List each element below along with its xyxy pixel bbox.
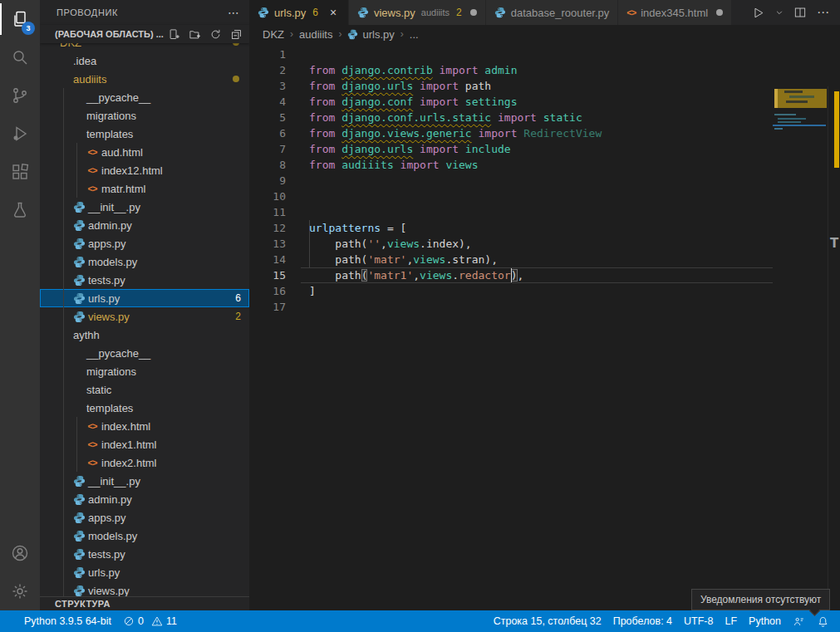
html-file-icon: <>	[88, 147, 97, 157]
status-python-interpreter[interactable]: Python 3.9.5 64-bit	[18, 615, 117, 627]
tree-folder-templates[interactable]: templates	[40, 399, 249, 417]
tree-folder--pycache-[interactable]: __pycache__	[40, 88, 249, 106]
status-problems[interactable]: 011	[117, 615, 183, 627]
account-icon[interactable]	[0, 534, 40, 572]
outline-section-header[interactable]: СТРУКТУРА	[40, 596, 249, 610]
close-icon[interactable]: ×	[327, 6, 340, 19]
tree-folder-templates[interactable]: templates	[40, 125, 249, 143]
code-editor[interactable]: 12from django.contrib import admin3from …	[249, 43, 840, 610]
explorer-icon[interactable]: 3	[0, 0, 40, 38]
editor-group: urls.py6× views.pyaudiiits2 database_roo…	[249, 0, 840, 610]
tree-file-models-py[interactable]: models.py	[40, 527, 249, 545]
tree-folder-aythh[interactable]: aythh	[40, 326, 249, 344]
python-file-icon	[347, 29, 358, 40]
breadcrumb-item[interactable]: DKZ	[263, 28, 284, 41]
collapse-all-icon[interactable]	[230, 28, 243, 41]
split-editor-icon[interactable]	[793, 6, 807, 19]
code-line-2: 2from django.contrib import admin	[249, 62, 840, 78]
modified-dot[interactable]	[716, 9, 723, 16]
tree-file--init-py[interactable]: __init__.py	[40, 472, 249, 490]
tree-folder-migrations[interactable]: migrations	[40, 362, 249, 380]
status-cursor-position[interactable]: Строка 15, столбец 32	[488, 615, 607, 627]
tree-file-index-html[interactable]: <>index.html	[40, 417, 249, 435]
tree-folder-migrations[interactable]: migrations	[40, 106, 249, 125]
extensions-icon[interactable]	[0, 153, 40, 191]
tree-file-matr-html[interactable]: <>matr.html	[40, 179, 249, 198]
run-dropdown-chevron-icon[interactable]	[775, 8, 784, 17]
status-indentation[interactable]: Пробелов: 4	[607, 615, 678, 627]
tree-folder--idea[interactable]: .idea	[40, 51, 249, 70]
tree-file-views-py[interactable]: views.py2	[40, 307, 249, 326]
tree-file-aud-html[interactable]: <>aud.html	[40, 143, 249, 161]
status-eol[interactable]: LF	[719, 615, 743, 627]
code-token: django.urls	[341, 143, 413, 155]
tab-index345-html[interactable]: <>index345.html	[618, 0, 732, 25]
tree-file-admin-py[interactable]: admin.py	[40, 490, 249, 508]
sidebar-more-actions-icon[interactable]: ⋯	[228, 6, 239, 19]
tree-file-index12-html[interactable]: <>index12.html	[40, 161, 249, 179]
chevron-down-icon	[43, 28, 53, 40]
overview-letter: T	[830, 236, 838, 251]
tree-file-apps-py[interactable]: apps.py	[40, 508, 249, 527]
tree-file-index2-html[interactable]: <>index2.html	[40, 453, 249, 472]
tree-folder--pycache-[interactable]: __pycache__	[40, 344, 249, 362]
status-encoding[interactable]: UTF-8	[678, 615, 719, 627]
status-feedback[interactable]	[787, 615, 811, 628]
status-language-mode[interactable]: Python	[743, 615, 787, 627]
tab-urls-py[interactable]: urls.py6×	[249, 0, 349, 25]
tree-folder-dkz[interactable]: DKZ	[40, 43, 249, 51]
code-token: django.conf.urls.static	[341, 111, 491, 124]
tree-item-label: index2.html	[101, 457, 156, 469]
testing-icon[interactable]	[0, 191, 40, 229]
tree-file-urls-py[interactable]: urls.py6	[40, 289, 249, 307]
tree-file-admin-py[interactable]: admin.py	[40, 216, 249, 234]
tree-file-views-py[interactable]: views.py	[40, 581, 249, 596]
code-token	[459, 96, 465, 108]
tree-file-apps-py[interactable]: apps.py	[40, 234, 249, 252]
run-button[interactable]	[751, 6, 765, 20]
search-icon[interactable]	[0, 38, 40, 76]
overview-ruler-scrollbar[interactable]: T	[828, 86, 840, 610]
code-line-5: 5from django.conf.urls.static import sta…	[249, 110, 840, 125]
modified-dot[interactable]	[470, 9, 477, 16]
line-number: 1	[249, 47, 286, 62]
code-line-text: from django.conf.urls.static import stat…	[309, 110, 582, 125]
code-token: from	[309, 111, 335, 124]
status-notifications-bell[interactable]	[811, 615, 835, 628]
more-actions-icon[interactable]: ⋯	[817, 5, 830, 20]
status-python-interpreter-label: Python 3.9.5 64-bit	[24, 615, 111, 627]
code-token: import	[440, 64, 479, 76]
tab-database-roouter-py[interactable]: database_roouter.py	[486, 0, 619, 25]
tree-file-tests-py[interactable]: tests.py	[40, 271, 249, 289]
minimap-current-line-mark	[773, 125, 826, 126]
tree-file-tests-py[interactable]: tests.py	[40, 545, 249, 563]
chevron-right-icon	[71, 349, 85, 358]
code-token: from	[309, 80, 335, 92]
minimap[interactable]	[773, 86, 828, 610]
status-indentation-label: Пробелов: 4	[613, 615, 672, 627]
breadcrumb-item[interactable]: urls.py	[347, 28, 394, 41]
tab-views-py[interactable]: views.pyaudiiits2	[349, 0, 486, 25]
breadcrumb-item[interactable]: ...	[410, 28, 419, 41]
refresh-icon[interactable]	[209, 28, 222, 41]
tree-file--init-py[interactable]: __init__.py	[40, 198, 249, 216]
tree-file-models-py[interactable]: models.py	[40, 252, 249, 271]
tree-folder-audiiits[interactable]: audiiits	[40, 70, 249, 88]
code-token	[472, 127, 479, 140]
breadcrumb-item[interactable]: audiiits	[299, 28, 332, 41]
status-bar-right: Строка 15, столбец 32Пробелов: 4UTF-8LFP…	[488, 615, 835, 628]
tree-file-urls-py[interactable]: urls.py	[40, 563, 249, 581]
new-folder-icon[interactable]	[189, 28, 201, 41]
source-control-icon[interactable]	[0, 76, 40, 115]
settings-icon[interactable]	[0, 572, 40, 610]
code-line-text: from django.views.generic import Redirec…	[309, 125, 602, 141]
tree-indent-guide	[63, 88, 64, 362]
line-number: 8	[249, 157, 286, 173]
tree-file-index1-html[interactable]: <>index1.html	[40, 435, 249, 453]
run-debug-icon[interactable]	[0, 115, 40, 153]
code-token	[413, 80, 420, 92]
workspace-section-header[interactable]: (РАБОЧАЯ ОБЛАСТЬ) ...	[40, 25, 249, 43]
new-file-icon[interactable]	[168, 28, 180, 41]
code-token: ,	[518, 269, 524, 282]
tree-folder-static[interactable]: static	[40, 380, 249, 399]
